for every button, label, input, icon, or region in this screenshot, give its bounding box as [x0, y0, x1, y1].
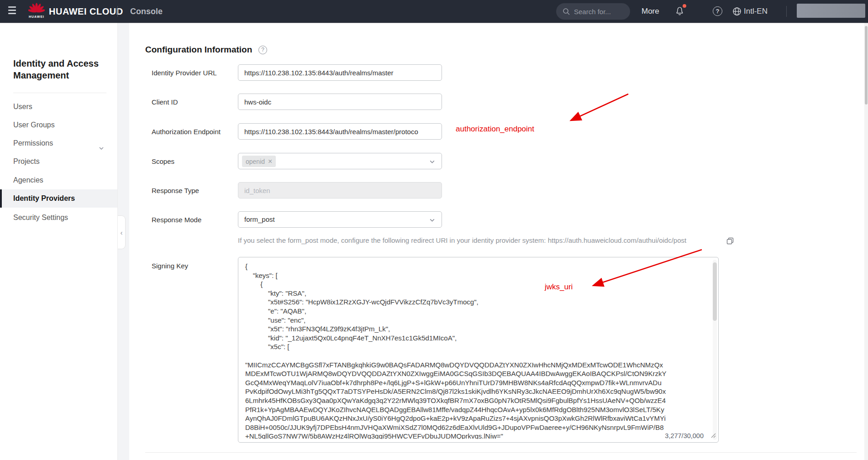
notifications-button[interactable] — [674, 5, 685, 17]
copy-icon[interactable] — [726, 237, 734, 247]
iam-console-page: HUAWEI HUAWEI CLOUD Console Search for..… — [0, 0, 868, 460]
sidebar-item-label: Security Settings — [13, 214, 68, 221]
sidebar-item-label: User Groups — [13, 121, 55, 129]
page-scrollbar[interactable] — [864, 23, 868, 460]
section-help-icon[interactable]: ? — [258, 46, 267, 54]
sidebar-item-user-groups[interactable]: User Groups — [0, 116, 117, 134]
navbar-divider — [117, 6, 118, 17]
locale-label[interactable]: Intl-EN — [744, 0, 768, 23]
sidebar-item-security-settings[interactable]: Security Settings — [0, 209, 117, 227]
client-id-label: Client ID — [152, 98, 178, 106]
signing-key-label: Signing Key — [152, 262, 188, 270]
sidebar-title: Identity and Access Management — [13, 58, 105, 81]
response-type-input — [238, 182, 442, 199]
textarea-scrollbar[interactable] — [713, 260, 717, 440]
annotation-jwks-uri: jwks_uri — [545, 282, 573, 292]
huawei-logo-label: HUAWEI — [28, 15, 45, 18]
sidebar-item-label: Users — [13, 103, 32, 110]
authorization-endpoint-input[interactable] — [238, 123, 442, 140]
sidebar-item-label: Permissions — [13, 139, 53, 147]
signing-key-content: { "keys": [ { "kty": "RSA", "x5t#S256": … — [245, 262, 702, 439]
scope-tag-label: openid — [246, 158, 265, 165]
huawei-flower-icon — [28, 2, 45, 14]
signing-key-textarea[interactable]: { "keys": [ { "kty": "RSA", "x5t#S256": … — [238, 257, 719, 443]
sidebar-item-label: Identity Providers — [13, 194, 75, 202]
scopes-label: Scopes — [152, 157, 174, 165]
scope-tag: openid × — [242, 156, 276, 167]
sidebar-item-label: Agencies — [13, 176, 43, 184]
language-button[interactable] — [732, 7, 742, 18]
chevron-down-icon — [429, 217, 436, 225]
response-mode-select[interactable]: form_post — [238, 211, 442, 228]
console-link[interactable]: Console — [130, 0, 163, 23]
response-mode-label: Response Mode — [152, 216, 201, 224]
more-menu[interactable]: More — [642, 0, 659, 23]
scopes-select[interactable]: openid × — [238, 153, 442, 169]
character-counter: 3,277/30,000 — [665, 432, 704, 439]
menu-icon[interactable] — [8, 6, 16, 16]
response-mode-value: form_post — [244, 215, 275, 223]
sidebar-item-label: Projects — [13, 157, 40, 165]
user-account-redacted[interactable] — [797, 4, 865, 18]
sidebar-item-users[interactable]: Users — [0, 98, 117, 116]
sidebar-item-projects[interactable]: Projects — [0, 152, 117, 171]
form-post-hint: If you select the form_post mode, config… — [238, 236, 722, 244]
sidebar-item-identity-providers[interactable]: Identity Providers — [0, 189, 117, 208]
chevron-down-icon — [429, 158, 436, 167]
identity-provider-url-input[interactable] — [238, 64, 442, 81]
sidebar-item-permissions[interactable]: Permissions — [0, 134, 117, 152]
textarea-scrollbar-thumb[interactable] — [713, 262, 717, 321]
sidebar-item-agencies[interactable]: Agencies — [0, 171, 117, 189]
huawei-logo[interactable]: HUAWEI — [28, 2, 45, 21]
globe-icon — [732, 7, 742, 16]
close-icon[interactable]: × — [268, 158, 272, 165]
client-id-input[interactable] — [238, 94, 442, 110]
section-heading: Configuration Information — [145, 45, 252, 55]
top-navbar: HUAWEI HUAWEI CLOUD Console Search for..… — [0, 0, 868, 23]
annotation-authorization-endpoint: authorization_endpoint — [456, 125, 534, 134]
search-input[interactable]: Search for... — [556, 3, 630, 20]
navbar-divider — [786, 6, 787, 17]
response-type-label: Response Type — [152, 187, 199, 194]
search-placeholder: Search for... — [574, 8, 611, 16]
help-button[interactable]: ? — [713, 6, 722, 16]
notification-dot — [683, 4, 686, 8]
page-scrollbar-thumb[interactable] — [865, 26, 868, 105]
sidebar: Identity and Access Management Users Use… — [0, 23, 118, 460]
authorization-endpoint-label: Authorization Endpoint — [152, 128, 221, 136]
brand-title[interactable]: HUAWEI CLOUD — [49, 0, 123, 23]
sidebar-divider — [13, 93, 106, 93]
section-divider — [145, 452, 857, 453]
search-icon — [563, 8, 570, 15]
chevron-left-icon: ‹ — [121, 229, 123, 236]
identity-provider-url-label: Identity Provider URL — [152, 69, 217, 77]
sidebar-collapse-button[interactable]: ‹ — [118, 215, 126, 249]
resize-handle-icon[interactable] — [710, 432, 716, 440]
